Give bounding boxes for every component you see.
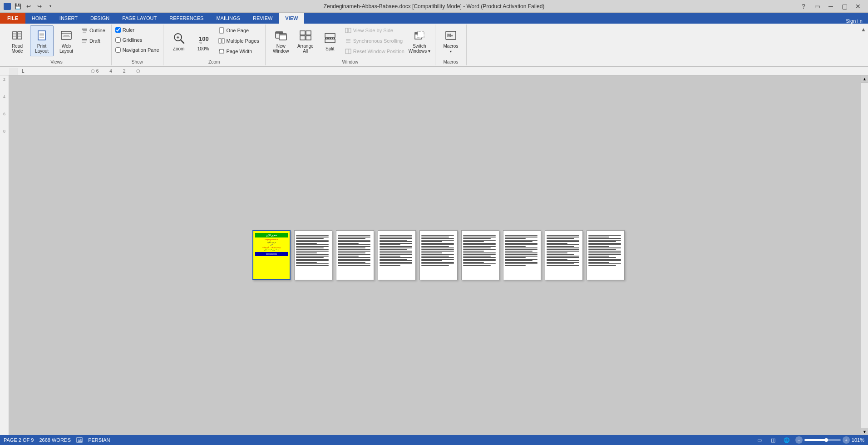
ribbon-view: ReadMode PrintLayout (0, 24, 868, 67)
tab-design[interactable]: DESIGN (84, 13, 116, 24)
arrange-all-button[interactable]: ArrangeAll (294, 25, 317, 56)
zoom-out-button[interactable]: − (795, 436, 803, 444)
reset-window-icon (345, 48, 351, 54)
view-side-by-side-button[interactable]: View Side by Side (343, 25, 407, 35)
page-width-button[interactable]: Page Width (216, 46, 261, 56)
one-page-button[interactable]: One Page (216, 25, 261, 35)
web-layout-button[interactable]: WebLayout (54, 25, 78, 56)
zoom-control: − + 101% (795, 436, 864, 444)
tab-page-layout[interactable]: PAGE LAYOUT (116, 13, 163, 24)
navigation-pane-checkbox-item[interactable]: Navigation Pane (115, 45, 159, 54)
title-bar: 💾 ↩ ↪ ▾ Zendeginameh-Abbas-Babaee.docx [… (0, 0, 868, 13)
tab-home[interactable]: HOME (25, 13, 53, 24)
tab-mailings[interactable]: MAILINGS (210, 13, 247, 24)
read-mode-button[interactable]: ReadMode (5, 25, 29, 56)
vertical-scrollbar[interactable]: ▲ ▼ (861, 75, 868, 435)
navigation-pane-label: Navigation Pane (123, 47, 159, 53)
minimize-button[interactable]: ─ (824, 1, 837, 11)
svg-rect-8 (38, 31, 45, 40)
reset-window-position-button[interactable]: Reset Window Position (343, 46, 407, 56)
zoom-100-button[interactable]: 100 % 100% (192, 25, 215, 56)
scroll-track[interactable] (861, 83, 868, 428)
print-layout-button[interactable]: PrintLayout (30, 25, 54, 56)
navigation-pane-checkbox[interactable] (115, 47, 121, 53)
tab-view[interactable]: VIEW (279, 13, 304, 24)
close-button[interactable]: ✕ (852, 1, 864, 11)
page-thumb-8[interactable] (545, 230, 583, 280)
web-layout-icon (59, 28, 74, 43)
zoom-label: Zoom (173, 46, 185, 51)
window-controls: ? ▭ ─ ▢ ✕ (797, 1, 864, 11)
switch-windows-button[interactable]: SwitchWindows ▾ (408, 25, 431, 56)
web-layout-status-button[interactable]: 🌐 (782, 436, 792, 444)
tab-insert[interactable]: INSERT (53, 13, 84, 24)
help-button[interactable]: ? (797, 1, 810, 11)
zoom-slider-thumb (824, 438, 828, 442)
page-thumb-4[interactable] (378, 230, 416, 280)
scroll-up-button[interactable]: ▲ (861, 75, 868, 83)
arrange-all-label: ArrangeAll (297, 44, 314, 54)
new-window-button[interactable]: NewWindow (269, 25, 293, 56)
outline-label: Outline (89, 28, 105, 33)
ribbon-group-macros: M ▾ Macros ▾ Macros (435, 25, 467, 65)
split-button[interactable]: Split (318, 25, 342, 56)
page-thumb-7[interactable] (503, 230, 541, 280)
ruler-corner (9, 68, 18, 75)
page-1-header: تحقیق آنلاین (255, 233, 288, 237)
zoom-percent: 101% (852, 437, 864, 443)
views-group-label: Views (5, 59, 108, 64)
synchronous-scrolling-icon (345, 38, 351, 44)
save-qat-button[interactable]: 💾 (13, 1, 23, 11)
ruler-checkbox-item[interactable]: Ruler (115, 25, 159, 35)
web-layout-label: WebLayout (59, 44, 73, 54)
language-indicator: PERSIAN (88, 437, 110, 443)
tab-file[interactable]: FILE (0, 13, 25, 24)
page-thumb-9[interactable] (587, 230, 625, 280)
print-layout-icon (35, 28, 49, 43)
pages-container: تحقیق آنلاین tahghighonline.ir مرجع دانل… (243, 221, 634, 289)
customize-qat-button[interactable]: ▾ (45, 1, 55, 11)
print-layout-status-button[interactable]: ▭ (755, 436, 764, 444)
redo-qat-button[interactable]: ↪ (35, 1, 44, 11)
ribbon-group-zoom: Zoom 100 % 100% One Page (163, 25, 266, 65)
zoom-in-button[interactable]: + (843, 436, 850, 444)
draft-icon (81, 38, 88, 44)
page-1-footer: 09881366655 (255, 252, 288, 256)
page-thumb-6[interactable] (461, 230, 499, 280)
page-thumb-3[interactable] (336, 230, 374, 280)
new-window-label: NewWindow (273, 44, 289, 54)
status-bar-right: ▭ ◫ 🌐 − + 101% (755, 436, 864, 444)
draft-label: Draft (89, 38, 100, 44)
print-layout-label: PrintLayout (35, 44, 49, 54)
undo-qat-button[interactable]: ↩ (24, 1, 34, 11)
zoom-button[interactable]: Zoom (167, 25, 191, 56)
gridlines-checkbox-item[interactable]: Gridlines (115, 35, 159, 44)
tab-review[interactable]: REVIEW (247, 13, 279, 24)
page-1-content: تحقیق آنلاین tahghighonline.ir مرجع دانل… (253, 231, 290, 279)
outline-button[interactable]: Outline (79, 25, 108, 35)
view-side-by-side-label: View Side by Side (353, 28, 393, 33)
draft-button[interactable]: Draft (79, 36, 108, 46)
gridlines-checkbox[interactable] (115, 37, 121, 43)
views-group-content: ReadMode PrintLayout (5, 25, 108, 59)
one-page-icon (218, 27, 225, 34)
restore-ribbon-button[interactable]: ▭ (811, 1, 824, 11)
ruler-checkbox[interactable] (115, 27, 121, 33)
sign-in-link[interactable]: Sign i n (840, 18, 868, 24)
zoom-slider[interactable] (804, 439, 841, 441)
page-thumb-5[interactable] (419, 230, 458, 280)
synchronous-scrolling-button[interactable]: Synchronous Scrolling (343, 36, 407, 46)
svg-rect-48 (345, 28, 348, 33)
multiple-pages-button[interactable]: Multiple Pages (216, 36, 261, 46)
macros-icon: M ▾ (444, 28, 458, 43)
scroll-down-button[interactable]: ▼ (861, 428, 868, 435)
read-mode-status-button[interactable]: ◫ (768, 436, 778, 444)
macros-button[interactable]: M ▾ Macros ▾ (439, 25, 463, 56)
tab-references[interactable]: REFERENCES (163, 13, 210, 24)
ribbon-expand-button[interactable]: ▲ (861, 26, 866, 33)
page-thumb-2[interactable] (294, 230, 332, 280)
maximize-button[interactable]: ▢ (838, 1, 851, 11)
page-thumb-1[interactable]: تحقیق آنلاین tahghighonline.ir مرجع دانل… (252, 230, 291, 280)
macros-group-label: Macros (439, 59, 463, 64)
document-area: 2 4 6 8 تحقیق آنلاین tahghighonline.ir م… (0, 75, 868, 435)
